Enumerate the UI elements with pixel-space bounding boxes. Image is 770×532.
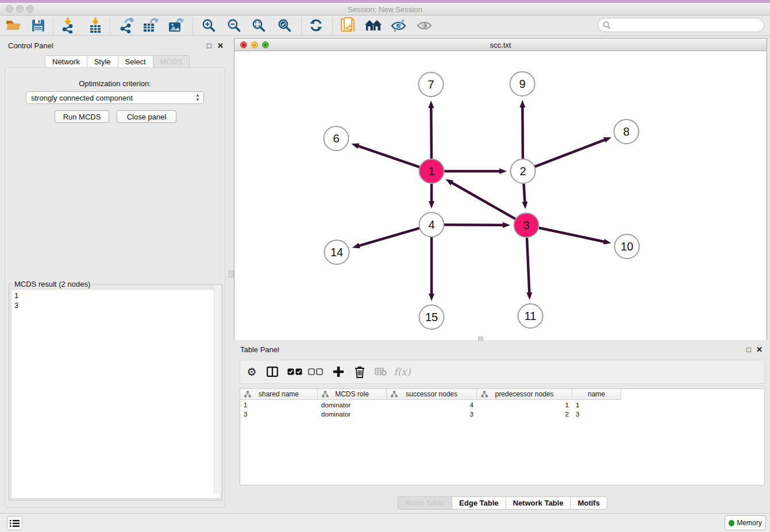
table-cell: dominator [318, 410, 387, 419]
svg-text:4: 4 [428, 218, 434, 231]
table-row[interactable]: 1dominator411 [240, 400, 621, 410]
import-network-icon[interactable] [57, 16, 79, 35]
svg-text:8: 8 [623, 125, 629, 138]
graph-edge-2-9[interactable] [522, 106, 523, 159]
column-header-shared-name[interactable]: shared name [240, 389, 318, 399]
float-table-panel-icon[interactable]: □ [746, 345, 751, 354]
zoom-out-icon[interactable] [223, 16, 245, 35]
tab-mcds[interactable]: MCDS [153, 55, 190, 68]
graph-node-10[interactable]: 10 [615, 234, 640, 259]
svg-text:6: 6 [333, 132, 339, 145]
column-header-successor-nodes[interactable]: successor nodes [387, 389, 477, 399]
graph-node-11[interactable]: 11 [518, 304, 543, 328]
svg-text:1: 1 [428, 165, 434, 178]
graph-edge-1-6[interactable] [357, 146, 419, 167]
plus-icon[interactable] [328, 360, 349, 383]
network-canvas-svg[interactable]: 7968124314101511 [234, 51, 767, 340]
tab-style[interactable]: Style [87, 55, 118, 68]
graph-edge-3-10[interactable] [539, 228, 605, 242]
network-window-title: scc.txt [234, 41, 767, 49]
function-icon[interactable]: f(x) [392, 360, 413, 383]
gear-icon[interactable]: ⚙ [241, 360, 262, 383]
graph-node-15[interactable]: 15 [419, 305, 444, 329]
task-history-button[interactable] [7, 516, 22, 530]
column-header-name[interactable]: name [572, 389, 621, 399]
clone-network-icon[interactable] [337, 16, 359, 35]
memory-button[interactable]: Memory [725, 515, 766, 530]
zoom-in-icon[interactable] [198, 16, 220, 35]
table-cell: 1 [240, 400, 318, 410]
tab-network[interactable]: Network [45, 55, 87, 68]
show-graphics-icon[interactable] [413, 16, 435, 35]
graph-edge-arrowhead [429, 201, 434, 209]
graph-edge-arrowhead [352, 243, 360, 249]
tab-select[interactable]: Select [118, 55, 153, 68]
result-scrollbar[interactable] [214, 285, 221, 494]
control-panel-title: Control Panel [8, 41, 53, 50]
vertical-splitter-handle[interactable] [229, 271, 234, 277]
graph-node-3[interactable]: 3 [514, 213, 539, 237]
save-session-icon[interactable] [27, 16, 49, 35]
graph-edge-3-1[interactable] [451, 182, 515, 219]
export-table-icon[interactable] [140, 16, 161, 35]
graph-edge-3-11[interactable] [527, 238, 529, 294]
toolbar-separator [53, 17, 53, 34]
tab-network-table[interactable]: Network Table [506, 496, 571, 510]
graph-node-4[interactable]: 4 [419, 213, 444, 237]
checked-boxes-icon[interactable] [284, 360, 305, 383]
graph-node-7[interactable]: 7 [419, 72, 444, 97]
import-table-icon[interactable] [84, 16, 106, 35]
graph-edge-2-8[interactable] [535, 140, 606, 167]
tab-edge-table[interactable]: Edge Table [452, 496, 506, 510]
graph-node-1[interactable]: 1 [419, 159, 444, 183]
export-network-icon[interactable] [115, 16, 137, 35]
run-mcds-button[interactable]: Run MCDS [55, 110, 109, 123]
table-cell: 1 [477, 400, 572, 410]
graph-edge-4-14[interactable] [358, 228, 419, 246]
float-panel-icon[interactable]: □ [207, 41, 211, 50]
criterion-dropdown[interactable]: strongly connected component ▲▼ [26, 91, 204, 104]
graph-edge-1-7[interactable] [431, 107, 432, 159]
refresh-icon[interactable] [305, 16, 327, 35]
table-delete-icon[interactable] [371, 360, 391, 383]
graph-node-9[interactable]: 9 [510, 72, 535, 96]
hide-graphics-icon[interactable] [387, 16, 409, 35]
svg-text:7: 7 [428, 78, 434, 91]
search-input[interactable] [611, 20, 764, 31]
svg-text:14: 14 [330, 246, 343, 259]
svg-text:2: 2 [519, 165, 526, 178]
close-panel-icon[interactable]: ✕ [217, 41, 224, 50]
close-table-panel-icon[interactable]: ✕ [756, 345, 763, 354]
open-file-icon[interactable] [2, 16, 24, 35]
memory-label: Memory [737, 519, 761, 527]
graph-edge-4-3[interactable] [444, 225, 504, 225]
search-icon [603, 21, 611, 29]
trash-icon[interactable] [349, 360, 370, 383]
column-header-predecessor-nodes[interactable]: predecessor nodes [477, 389, 572, 399]
horizontal-splitter-handle[interactable] [478, 337, 483, 341]
mcds-result-text[interactable]: 1 3 [11, 289, 221, 499]
columns-icon[interactable] [262, 360, 283, 383]
graph-edge-arrowhead [499, 168, 507, 174]
node-table: shared nameMCDS rolesuccessor nodesprede… [240, 388, 765, 485]
unchecked-boxes-icon[interactable] [305, 360, 326, 383]
search-box [598, 18, 764, 32]
graph-node-14[interactable]: 14 [325, 240, 349, 264]
zoom-selected-icon[interactable] [274, 16, 295, 35]
tab-motifs[interactable]: Motifs [570, 496, 607, 510]
home-icon[interactable] [362, 16, 384, 35]
graph-node-8[interactable]: 8 [614, 119, 639, 144]
graph-edge-arrowhead [603, 239, 611, 245]
close-panel-button[interactable]: Close panel [117, 110, 176, 123]
application-window: Session: New Session [0, 0, 770, 532]
graph-edge-arrowhead [351, 144, 359, 149]
toolbar-separator [301, 17, 302, 34]
zoom-fit-icon[interactable] [248, 16, 270, 35]
graph-node-6[interactable]: 6 [324, 126, 349, 151]
graph-node-2[interactable]: 2 [511, 159, 536, 183]
column-header-MCDS-role[interactable]: MCDS role [318, 389, 387, 399]
tab-node-table[interactable]: Node Table [398, 496, 452, 510]
table-row[interactable]: 3dominator323 [240, 410, 621, 419]
export-image-icon[interactable] [165, 16, 187, 35]
graph-edge-2-3[interactable] [523, 184, 525, 203]
